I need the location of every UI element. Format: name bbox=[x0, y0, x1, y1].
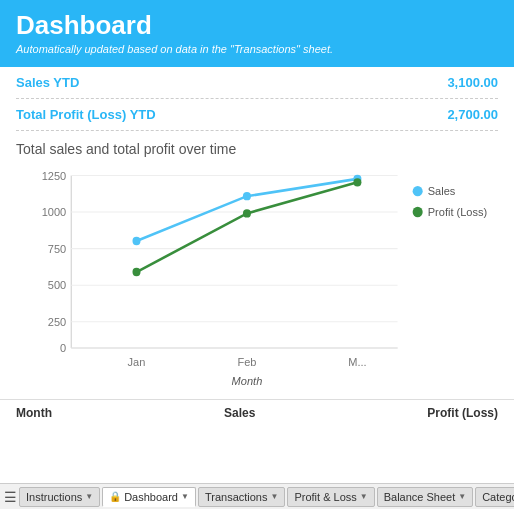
tab-profit-loss-arrow: ▼ bbox=[360, 492, 368, 501]
tab-profit-loss-label: Profit & Loss bbox=[294, 491, 356, 503]
tab-categories[interactable]: Categories ▼ bbox=[475, 487, 514, 507]
svg-text:750: 750 bbox=[48, 243, 66, 255]
tab-transactions-label: Transactions bbox=[205, 491, 268, 503]
tab-instructions[interactable]: Instructions ▼ bbox=[19, 487, 100, 507]
svg-text:Profit (Loss): Profit (Loss) bbox=[428, 206, 488, 218]
tab-bar: ☰ Instructions ▼ 🔒 Dashboard ▼ Transacti… bbox=[0, 483, 514, 509]
tab-balance-sheet[interactable]: Balance Sheet ▼ bbox=[377, 487, 473, 507]
header: Dashboard Automatically updated based on… bbox=[0, 0, 514, 67]
svg-point-19 bbox=[353, 178, 361, 186]
tab-balance-sheet-label: Balance Sheet bbox=[384, 491, 456, 503]
tab-dashboard[interactable]: 🔒 Dashboard ▼ bbox=[102, 487, 196, 507]
svg-text:1000: 1000 bbox=[42, 206, 67, 218]
tab-instructions-arrow: ▼ bbox=[85, 492, 93, 501]
profit-ytd-label: Total Profit (Loss) YTD bbox=[16, 107, 156, 122]
chart-section: Total sales and total profit over time 1… bbox=[0, 131, 514, 399]
profit-ytd-row: Total Profit (Loss) YTD 2,700.00 bbox=[16, 99, 498, 131]
svg-point-17 bbox=[132, 268, 140, 276]
chart-container: 1250 1000 750 500 250 0 Jan bbox=[16, 165, 498, 395]
page-title: Dashboard bbox=[16, 10, 498, 41]
svg-text:Jan: Jan bbox=[128, 356, 146, 368]
sales-ytd-row: Sales YTD 3,100.00 bbox=[16, 67, 498, 99]
svg-text:250: 250 bbox=[48, 316, 66, 328]
svg-text:Feb: Feb bbox=[237, 356, 256, 368]
tab-balance-sheet-arrow: ▼ bbox=[458, 492, 466, 501]
tab-dashboard-label: Dashboard bbox=[124, 491, 178, 503]
tab-dashboard-arrow: ▼ bbox=[181, 492, 189, 501]
lock-icon: 🔒 bbox=[109, 491, 121, 502]
svg-text:0: 0 bbox=[60, 342, 66, 354]
svg-point-14 bbox=[132, 237, 140, 245]
stats-section: Sales YTD 3,100.00 Total Profit (Loss) Y… bbox=[0, 67, 514, 131]
col-month: Month bbox=[16, 406, 52, 420]
table-header: Month Sales Profit (Loss) bbox=[0, 399, 514, 426]
svg-point-24 bbox=[413, 186, 423, 196]
chart-svg: 1250 1000 750 500 250 0 Jan bbox=[16, 165, 498, 395]
svg-text:1250: 1250 bbox=[42, 169, 67, 181]
svg-text:Month: Month bbox=[232, 374, 263, 386]
sheets-menu-icon[interactable]: ☰ bbox=[4, 487, 17, 507]
svg-text:M...: M... bbox=[348, 356, 366, 368]
col-profit: Profit (Loss) bbox=[427, 406, 498, 420]
tab-categories-label: Categories bbox=[482, 491, 514, 503]
profit-ytd-value: 2,700.00 bbox=[447, 107, 498, 122]
col-sales: Sales bbox=[224, 406, 255, 420]
tab-instructions-label: Instructions bbox=[26, 491, 82, 503]
header-subtitle: Automatically updated based on data in t… bbox=[16, 43, 498, 55]
svg-point-26 bbox=[413, 207, 423, 217]
sales-ytd-value: 3,100.00 bbox=[447, 75, 498, 90]
svg-point-18 bbox=[243, 209, 251, 217]
tab-profit-loss[interactable]: Profit & Loss ▼ bbox=[287, 487, 374, 507]
svg-text:500: 500 bbox=[48, 279, 66, 291]
tab-transactions-arrow: ▼ bbox=[270, 492, 278, 501]
sales-ytd-label: Sales YTD bbox=[16, 75, 79, 90]
svg-text:Sales: Sales bbox=[428, 185, 456, 197]
tab-transactions[interactable]: Transactions ▼ bbox=[198, 487, 285, 507]
chart-title: Total sales and total profit over time bbox=[16, 141, 498, 157]
svg-point-15 bbox=[243, 192, 251, 200]
